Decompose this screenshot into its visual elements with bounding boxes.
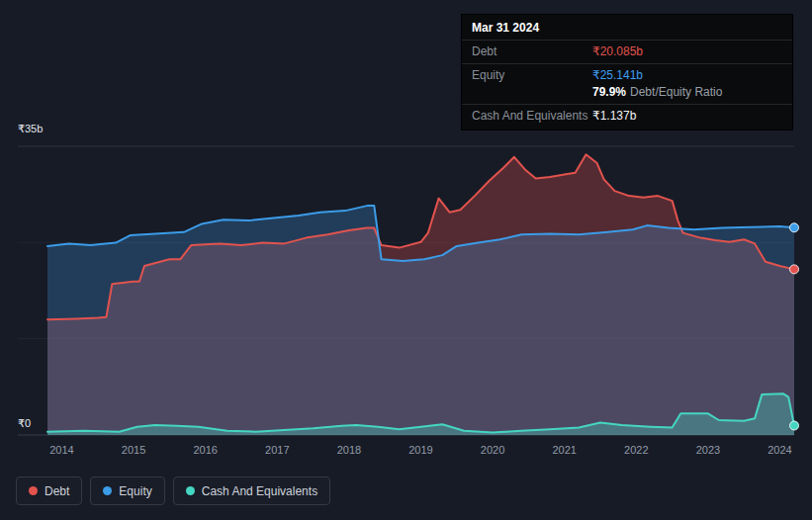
equity-area [47,206,794,435]
x-axis-label: 2021 [552,444,576,456]
tooltip-cash-label: Cash And Equivalents [472,108,592,125]
tooltip-equity-row: Equity ₹25.141b [472,67,782,84]
legend-item-debt[interactable]: Debt [16,477,82,505]
legend-label-debt: Debt [45,484,69,498]
x-axis-label: 2023 [696,444,720,456]
tooltip-cash-value: ₹1.137b [592,108,782,125]
cash-endpoint-marker [790,421,799,430]
tooltip-debt-label: Debt [472,43,592,60]
legend: Debt Equity Cash And Equivalents [16,477,330,505]
x-axis-label: 2022 [624,444,648,456]
tooltip-divider [462,63,792,64]
x-axis-label: 2014 [49,444,73,456]
x-axis-label: 2018 [337,444,361,456]
debt-endpoint-marker [790,265,799,274]
tooltip-divider [462,104,792,105]
tooltip-ratio-value: 79.9% [592,85,626,99]
tooltip-panel: Mar 31 2024 Debt ₹20.085b Equity ₹25.141… [461,14,793,130]
y-axis-label-top: ₹35b [18,123,43,134]
x-axis-label: 2017 [265,444,289,456]
tooltip-ratio-row: 79.9%Debt/Equity Ratio [472,84,782,101]
y-axis-label-zero: ₹0 [18,417,31,429]
tooltip-divider [462,40,792,41]
debt-series-dot-icon [29,486,38,495]
tooltip-debt-value: ₹20.085b [592,43,782,60]
legend-label-equity: Equity [119,484,151,498]
x-axis-label: 2016 [193,444,217,456]
legend-item-cash[interactable]: Cash And Equivalents [173,477,330,505]
tooltip-cash-row: Cash And Equivalents ₹1.137b [472,108,782,125]
x-axis-label: 2020 [481,444,504,456]
tooltip-ratio-label: Debt/Equity Ratio [630,85,722,99]
debt-equity-history-panel: 2014201520162017201820192020202120222023… [0,0,812,520]
tooltip-debt-row: Debt ₹20.085b [472,43,782,60]
legend-item-equity[interactable]: Equity [90,477,164,505]
legend-label-cash: Cash And Equivalents [202,484,317,498]
cash-series-dot-icon [186,486,195,495]
x-axis-label: 2024 [767,444,791,456]
x-axis-label: 2015 [122,444,145,456]
tooltip-equity-label: Equity [472,67,592,84]
tooltip-equity-value: ₹25.141b [592,67,782,84]
x-axis-label: 2019 [408,444,432,456]
tooltip-date: Mar 31 2024 [472,20,782,37]
equity-endpoint-marker [790,223,799,232]
equity-series-dot-icon [103,486,112,495]
